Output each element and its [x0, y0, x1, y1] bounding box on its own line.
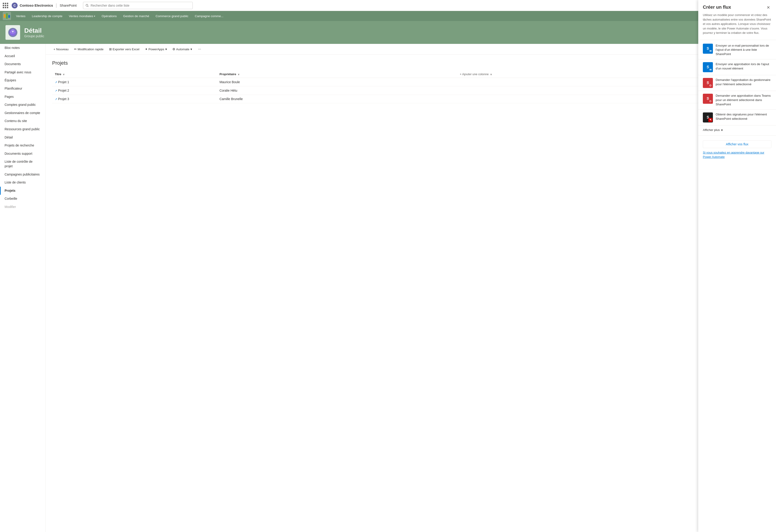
flow-item-2[interactable]: S O Demander l'approbation du gestionnai…: [698, 75, 776, 91]
panel-title: Créer un flux: [703, 5, 731, 10]
title-cell: ↗Projet 3: [52, 95, 217, 103]
flow-item-1[interactable]: S ✉ Envoyer une approbation lors de l'aj…: [698, 59, 776, 75]
flow-icon-3: S O: [703, 94, 713, 104]
sidebar-item-documents-support[interactable]: Documents support: [0, 150, 45, 158]
learn-more-link[interactable]: Si vous souhaitez en apprendre davantage…: [703, 151, 771, 159]
sidebar-item-modifier[interactable]: Modifier: [0, 203, 45, 211]
waffle-icon[interactable]: [2, 2, 9, 9]
owner-cell: Camille Brunelle: [217, 95, 457, 103]
site-icon: [5, 25, 20, 40]
app-name: Contoso Electronics: [20, 3, 53, 7]
sidebar-item-équipes[interactable]: Équipes: [0, 76, 45, 84]
panel-description: Utilisez un modèle pour commencer et cré…: [698, 13, 776, 39]
nav-logo: [3, 12, 11, 20]
owner-cell: Maurice Boule: [217, 78, 457, 86]
svg-line-3: [87, 6, 88, 7]
nav-bar: Ventes Leadership de compte Ventes mondi…: [0, 11, 776, 21]
title-cell: ↗Projet 2: [52, 86, 217, 95]
app-logo[interactable]: C Contoso Electronics: [11, 2, 53, 9]
panel-footer: Afficher vos flux Si vous souhaitez en a…: [698, 137, 776, 163]
table-row[interactable]: ↗Projet 1 Maurice Boule: [52, 78, 770, 86]
col-title[interactable]: Titre ∨: [52, 71, 217, 78]
add-col-chevron: ∨: [490, 73, 492, 76]
svg-rect-5: [4, 14, 5, 18]
powerapps-button[interactable]: ✦ PowerApps ▾: [143, 46, 169, 52]
table-row[interactable]: ↗Projet 3 Camille Brunelle: [52, 95, 770, 103]
top-bar-left: C Contoso Electronics | SharePoint: [2, 2, 76, 9]
list-table: Titre ∨ Propriétaire ∨ + Ajouter une col…: [52, 71, 770, 103]
sidebar-item-liste-de-contrôle-de-projet[interactable]: Liste de contrôle de projet: [0, 158, 45, 170]
panel-close-button[interactable]: ✕: [765, 5, 771, 10]
toolbar: + Nouveau ✏ Modification rapide ⊞ Export…: [46, 44, 776, 55]
title-cell: ↗Projet 1: [52, 78, 217, 86]
sidebar-item-accueil[interactable]: Accueil: [0, 52, 45, 60]
top-bar: C Contoso Electronics | SharePoint 💬 🔔 ⚙…: [0, 0, 776, 11]
nav-item-ventes[interactable]: Ventes: [13, 11, 29, 21]
site-title: Détail: [24, 27, 44, 34]
sidebar-item-campagnes-publicitaires[interactable]: Campagnes publicitaires: [0, 171, 45, 179]
show-more-button[interactable]: Afficher plus ▾: [698, 125, 776, 135]
table-row[interactable]: ↗Projet 2 Coralie Hétu: [52, 86, 770, 95]
sidebar-item-projets[interactable]: Projets: [0, 187, 45, 195]
flow-item-4[interactable]: S ✎ Obtenir des signatures pour l'élémen…: [698, 110, 776, 125]
flow-icon-4: S ✎: [703, 112, 713, 122]
sidebar-item-partagé-avec-nous[interactable]: Partagé avec nous: [0, 68, 45, 76]
nav-item-commerce[interactable]: Commerce grand public: [153, 11, 192, 21]
sidebar-item-gestionnaires-de-compte[interactable]: Gestionnaires de compte: [0, 109, 45, 117]
flow-icon-0: S ✉: [703, 44, 713, 54]
sharepoint-label: SharePoint: [60, 3, 76, 7]
site-info: Détail Groupe public: [24, 27, 44, 38]
more-options-button[interactable]: ···: [196, 46, 203, 52]
search-icon: [85, 4, 89, 7]
chevron-down-icon: ▾: [94, 15, 95, 17]
col-owner[interactable]: Propriétaire ∨: [217, 71, 457, 78]
chevron-down-icon: ▾: [721, 128, 723, 132]
sidebar-item-planificateur[interactable]: Planificateur: [0, 84, 45, 93]
site-subtitle: Groupe public: [24, 34, 44, 38]
flow-icon-2: S O: [703, 78, 713, 88]
nav-item-operations[interactable]: Opérations: [98, 11, 120, 21]
list-content: Projets Titre ∨ Propriétaire ∨ + Ajout: [46, 55, 776, 109]
automate-button[interactable]: ⚙ Automate ▾: [170, 46, 194, 52]
sidebar-item-comptes-grand-public[interactable]: Comptes grand public: [0, 101, 45, 109]
nav-item-ventes-mondiales[interactable]: Ventes mondiales ▾: [66, 11, 99, 21]
main-layout: Bloc-notesAccueilDocumentsPartagé avec n…: [0, 44, 776, 532]
sidebar-item-liste-de-clients[interactable]: Liste de clients: [0, 179, 45, 187]
new-button[interactable]: + Nouveau: [51, 46, 71, 52]
panel-divider-2: [698, 136, 776, 136]
search-box[interactable]: [83, 2, 193, 9]
sidebar-item-ressources-grand-public[interactable]: Ressources grand public: [0, 125, 45, 134]
nav-item-gestion[interactable]: Gestion de marché: [120, 11, 153, 21]
flow-panel: Créer un flux ✕ Utilisez un modèle pour …: [698, 0, 776, 532]
sidebar-item-contenu-du-site[interactable]: Contenu du site: [0, 117, 45, 125]
search-input[interactable]: [90, 4, 190, 7]
flow-icon-1: S ✉: [703, 62, 713, 72]
automate-chevron: ▾: [190, 47, 192, 51]
nav-item-campagne[interactable]: Campagne comme...: [192, 11, 227, 21]
panel-divider: [698, 40, 776, 40]
view-flows-button[interactable]: Afficher vos flux: [703, 140, 771, 148]
svg-text:C: C: [13, 4, 16, 7]
sidebar-item-détail[interactable]: Détail: [0, 134, 45, 142]
row-icon: ↗: [55, 97, 57, 101]
flow-item-3[interactable]: S O Demander une approbation dans Teams …: [698, 91, 776, 110]
sort-icon-owner: ∨: [238, 73, 239, 76]
powerapps-chevron: ▾: [165, 47, 167, 51]
svg-point-10: [12, 31, 14, 32]
row-icon: ↗: [55, 81, 57, 84]
nav-item-leadership[interactable]: Leadership de compte: [29, 11, 66, 21]
sidebar-item-documents[interactable]: Documents: [0, 60, 45, 68]
export-button[interactable]: ⊞ Exporter vers Excel: [107, 46, 142, 52]
row-icon: ↗: [55, 89, 57, 92]
flow-item-0[interactable]: S ✉ Envoyer un e-mail personnalisé lors …: [698, 41, 776, 60]
sidebar-item-pages[interactable]: Pages: [0, 93, 45, 101]
panel-header: Créer un flux ✕: [698, 0, 776, 13]
sidebar-item-projets-de-recherche[interactable]: Projets de recherche: [0, 142, 45, 150]
sidebar-item-corbeille[interactable]: Corbeille: [0, 195, 45, 203]
content-area: + Nouveau ✏ Modification rapide ⊞ Export…: [46, 44, 776, 532]
quick-edit-button[interactable]: ✏ Modification rapide: [72, 46, 106, 52]
svg-rect-7: [8, 15, 10, 18]
sidebar: Bloc-notesAccueilDocumentsPartagé avec n…: [0, 44, 46, 532]
sidebar-item-bloc-notes[interactable]: Bloc-notes: [0, 44, 45, 52]
owner-cell: Coralie Hétu: [217, 86, 457, 95]
